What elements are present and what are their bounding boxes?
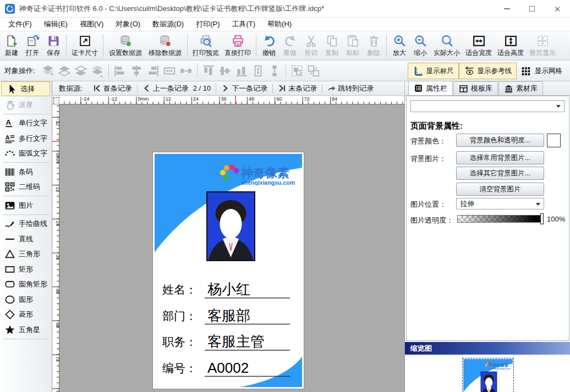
db-add-button[interactable]: 设置数据源 <box>106 32 145 59</box>
tool-cursor[interactable]: 选择 <box>1 81 50 96</box>
tool-text-single[interactable]: A单行文字 <box>0 116 52 131</box>
rec-first-button[interactable]: 首条记录 <box>88 82 137 95</box>
tool-rect[interactable]: 矩形 <box>0 262 52 277</box>
bg-image-common-button[interactable]: 选择常用背景图片... <box>456 151 544 164</box>
db-remove-button[interactable]: 移除数据源 <box>145 32 185 59</box>
svg-text:12: 12 <box>55 187 59 192</box>
print-preview-button[interactable]: 打印预览 <box>190 32 222 59</box>
tool-image[interactable]: 图片 <box>0 198 52 213</box>
toolbar-separator <box>66 34 67 57</box>
chevron-down-icon <box>556 105 561 108</box>
image-opacity-slider[interactable] <box>457 215 541 223</box>
doc-open-button[interactable]: 打开 <box>22 32 43 59</box>
minimize-button[interactable] <box>494 0 519 18</box>
align-center-h-button <box>129 64 144 78</box>
distribute-h-button <box>179 64 193 78</box>
field-label[interactable]: 姓名： <box>162 283 197 296</box>
ruler-toggle-button[interactable]: 显示标尺 <box>408 63 459 79</box>
rec-prev-button[interactable]: 上一条记录2 / 10 <box>138 82 216 95</box>
close-button[interactable]: ✕ <box>545 0 570 18</box>
grid-toggle-button[interactable]: 显示网格 <box>517 63 567 79</box>
toolbar-label: 实际大小 <box>434 48 460 58</box>
distribute-v-button <box>267 64 282 78</box>
image-position-select[interactable]: 拉伸 <box>456 198 544 209</box>
menu-item-7[interactable]: 工具(T) <box>226 18 261 31</box>
menu-item-4[interactable]: 对象(O) <box>109 18 146 31</box>
object-selector-combobox[interactable] <box>410 100 564 112</box>
rec-next-button[interactable]: 下一条记录 <box>216 82 272 95</box>
tool-separator <box>3 339 50 339</box>
menu-item-5[interactable]: 数据源(D) <box>146 18 190 31</box>
maximize-button[interactable] <box>519 0 545 18</box>
field-value[interactable]: 客服主管 <box>207 333 265 350</box>
logo-title: 神奇像素 <box>492 363 509 368</box>
save-button[interactable]: 保存 <box>43 32 64 59</box>
menu-item-3[interactable]: 视图(V) <box>74 18 109 31</box>
zoom-actual-button[interactable]: 实际大小 <box>431 32 463 59</box>
card-photo[interactable] <box>206 191 255 261</box>
fit-width-button[interactable]: 适合宽度 <box>463 32 495 59</box>
menu-item-1[interactable]: 文件(F) <box>2 18 38 31</box>
guide-toggle-button[interactable]: 显示参考线 <box>459 63 517 79</box>
field-value[interactable]: 杨小红 <box>207 281 250 297</box>
field-label[interactable]: 职务： <box>162 335 197 348</box>
tool-text-arc[interactable]: 圆弧文字 <box>0 146 52 161</box>
svg-text:24: 24 <box>193 96 199 102</box>
field-value[interactable]: A0002 <box>207 360 249 376</box>
tool-star[interactable]: 五角星 <box>0 322 52 337</box>
zoom-in-button[interactable]: 放大 <box>389 32 410 59</box>
same-width-button <box>162 64 177 78</box>
menu-item-8[interactable]: 帮助(H) <box>261 18 298 31</box>
menu-item-6[interactable]: 打印(P) <box>190 18 226 31</box>
tool-qrcode[interactable]: 二维码 <box>0 180 52 195</box>
bg-image-other-button[interactable]: 选择其它背景图片... <box>456 167 544 180</box>
svg-text:48: 48 <box>249 96 254 102</box>
field-label[interactable]: 部门： <box>162 310 197 322</box>
rec-next-icon <box>221 84 229 92</box>
fit-height-button[interactable]: 适合高度 <box>495 32 527 59</box>
bg-color-swatch[interactable] <box>547 134 561 147</box>
design-canvas[interactable]: 神奇像素 shenqixiangsu.com 姓名：杨小红部门：客服部职务：客服… <box>59 104 404 392</box>
rec-last-button[interactable]: 末条记录 <box>273 82 322 95</box>
toolbar-label: 打印预览 <box>193 48 219 58</box>
tool-hand[interactable]: 滚屏 <box>0 97 52 112</box>
tool-line[interactable]: 直线 <box>0 231 52 246</box>
print-preview-icon <box>199 34 213 48</box>
tool-triangle[interactable]: 三角形 <box>0 247 52 262</box>
print-direct-button[interactable]: 直接打印 <box>222 32 254 59</box>
bg-color-button[interactable]: 背景颜色和透明度... <box>456 134 544 147</box>
undo-button[interactable]: 撤销 <box>259 32 279 59</box>
tab-属性栏[interactable]: 属性栏 <box>408 81 453 95</box>
field-value[interactable]: 客服部 <box>207 307 250 324</box>
doc-new-button[interactable]: 新建 <box>1 32 22 59</box>
tab-模板库[interactable]: 模板库 <box>453 81 498 95</box>
tab-素材库[interactable]: 素材库 <box>498 81 543 95</box>
rec-jump-button[interactable]: 跳转到记录 <box>322 82 379 95</box>
thumbnail-card-preview[interactable]: 神奇像素 shenqixiangsu.com 姓名：杨小红部门：客服部职务：客服… <box>463 358 513 392</box>
zoom-out-button[interactable]: 缩小 <box>410 32 431 59</box>
tool-circle[interactable]: 圆形 <box>0 292 52 307</box>
record-navigation-bar: 数据源: 首条记录上一条记录2 / 10下一条记录末条记录跳转到记录 <box>52 81 404 96</box>
badge-card-object[interactable]: 神奇像素 shenqixiangsu.com 姓名：杨小红部门：客服部职务：客服… <box>153 152 304 389</box>
tool-label: 二维码 <box>19 182 40 192</box>
logo-url: shenqixiangsu.com <box>492 368 511 370</box>
tool-text-multi[interactable]: A多行文字 <box>0 131 52 146</box>
tool-curve[interactable]: 手绘曲线 <box>0 217 52 231</box>
tool-diamond[interactable]: 菱形 <box>0 307 52 322</box>
menu-item-2[interactable]: 编辑(E) <box>38 18 74 31</box>
zoom-in-icon <box>393 34 407 48</box>
tool-barcode[interactable]: 条码 <box>0 164 52 179</box>
card-photo[interactable] <box>481 372 497 392</box>
opacity-slider-handle[interactable] <box>540 213 544 224</box>
tool-rounded-rect[interactable]: 圆角矩形 <box>0 277 52 292</box>
toolbar-label: 移除数据源 <box>149 48 182 58</box>
card-size-button[interactable]: 证卡尺寸 <box>69 32 101 59</box>
tool-label: 条码 <box>19 167 33 177</box>
field-label[interactable]: 编号： <box>162 362 197 374</box>
svg-text:-12: -12 <box>110 96 117 102</box>
circle-icon <box>4 294 15 305</box>
toolbar-label: 粘贴 <box>346 48 359 58</box>
bg-image-clear-button[interactable]: 清空背景图片 <box>456 183 544 196</box>
toggle-label: 显示标尺 <box>426 67 454 76</box>
logo-url: shenqixiangsu.com <box>241 179 295 186</box>
